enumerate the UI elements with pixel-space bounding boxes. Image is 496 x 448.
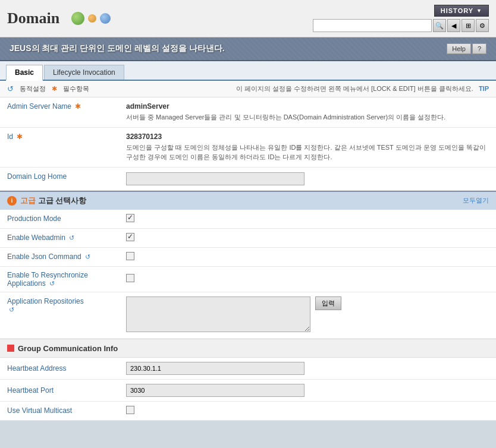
app-repos-container: 입력: [126, 296, 341, 334]
banner-text: JEUS의 최대 관리 단위인 도메인 레벨의 설정을 나타낸다.: [10, 43, 225, 54]
app-repos-label: Application Repositories ↺: [0, 292, 119, 338]
dynamic-label: 동적설정: [20, 84, 46, 93]
header-left: Domain: [7, 10, 111, 27]
advanced-form: Production Mode Enable Webadmin ↺: [0, 210, 496, 339]
help-icon-button[interactable]: ?: [472, 43, 486, 54]
group-communication-section: Group Communication Info Heartbeat Addre…: [0, 339, 496, 421]
advanced-section: i 고급 고급 선택사항 모두열기 Production Mode: [0, 191, 496, 339]
info-bar-right: 이 페이지의 설정을 수정하려면 왼쪽 메뉴에서 [LOCK & EDIT] 버…: [236, 84, 489, 93]
group-icon: [7, 345, 14, 352]
production-mode-checkbox[interactable]: [126, 214, 134, 222]
refresh-icon: ↺: [69, 234, 74, 241]
info-bar: ↺ 동적설정 ✱ 필수항목 이 페이지의 설정을 수정하려면 왼쪽 메뉴에서 […: [0, 81, 496, 97]
heartbeat-port-value: [119, 379, 496, 401]
refresh-icon: ↺: [85, 253, 90, 260]
group-communication-table: Heartbeat Address Heartbeat Port Use Vir…: [0, 358, 496, 421]
table-row: Production Mode: [0, 210, 496, 229]
heartbeat-address-value: [119, 358, 496, 380]
app-repos-input-button[interactable]: 입력: [315, 296, 341, 310]
info-icon: i: [7, 196, 17, 206]
main-content: Basic Lifecycle Invocation ↺ 동적설정 ✱ 필수항목…: [0, 61, 496, 421]
heartbeat-address-input[interactable]: [126, 362, 304, 375]
help-button[interactable]: Help: [447, 43, 471, 54]
domain-log-home-input[interactable]: [126, 172, 304, 185]
lock-message: 이 페이지의 설정을 수정하려면 왼쪽 메뉴에서 [LOCK & EDIT] 버…: [236, 85, 473, 92]
table-row: Admin Server Name ✱ adminServer 서버들 중 Ma…: [0, 97, 496, 127]
table-row: Id ✱ 328370123 도메인을 구성할 때 도메인의 정체성을 나타내는…: [0, 127, 496, 167]
advanced-title: i 고급 고급 선택사항: [7, 195, 86, 206]
use-virtual-multicast-checkbox[interactable]: [126, 406, 134, 414]
page-header: Domain HISTORY ▼ 🔍 ◀ ⊞ ⚙: [0, 0, 496, 37]
tab-basic[interactable]: Basic: [6, 65, 43, 81]
required-star: ✱: [17, 132, 23, 141]
advanced-toggle[interactable]: 모두열기: [463, 196, 489, 205]
enable-json-value: [119, 247, 496, 266]
nav-icon-button[interactable]: ⊞: [462, 19, 475, 32]
production-mode-value: [119, 210, 496, 229]
enable-json-label: Enable Json Command ↺: [0, 247, 119, 266]
required-star: ✱: [75, 102, 81, 111]
app-repos-value: 입력: [119, 292, 496, 338]
table-row: Enable Webadmin ↺: [0, 228, 496, 247]
search-bar: 🔍 ◀ ⊞ ⚙: [313, 19, 489, 32]
search-button[interactable]: 🔍: [433, 19, 446, 32]
decorative-circles: [71, 12, 111, 25]
required-label: 필수항목: [63, 84, 89, 93]
enable-webadmin-label: Enable Webadmin ↺: [0, 228, 119, 247]
circle-blue: [100, 13, 111, 24]
domain-log-home-value: [119, 167, 496, 190]
id-label: Id ✱: [0, 127, 119, 167]
tab-lifecycle[interactable]: Lifecycle Invocation: [44, 65, 124, 80]
resynchronize-checkbox[interactable]: [126, 274, 134, 282]
header-right: HISTORY ▼ 🔍 ◀ ⊞ ⚙: [313, 5, 489, 32]
enable-webadmin-checkbox[interactable]: [126, 233, 134, 241]
refresh-icon: ↺: [9, 306, 14, 313]
advanced-table: Production Mode Enable Webadmin ↺: [0, 210, 496, 339]
resynchronize-label: Enable To Resynchronize Applications ↺: [0, 266, 119, 292]
heartbeat-address-label: Heartbeat Address: [0, 358, 119, 380]
advanced-header: i 고급 고급 선택사항 모두열기: [0, 192, 496, 210]
enable-json-checkbox[interactable]: [126, 252, 134, 260]
chevron-down-icon: ▼: [476, 8, 482, 14]
table-row: Heartbeat Port: [0, 379, 496, 401]
refresh-icon: ↺: [49, 280, 55, 287]
table-row: Domain Log Home: [0, 167, 496, 190]
use-virtual-multicast-value: [119, 401, 496, 420]
banner: JEUS의 최대 관리 단위인 도메인 레벨의 설정을 나타낸다. Help ?: [0, 37, 496, 61]
resynchronize-value: [119, 266, 496, 292]
basic-form: Admin Server Name ✱ adminServer 서버들 중 Ma…: [0, 97, 496, 191]
id-value: 328370123 도메인을 구성할 때 도메인의 정체성을 나타내는 유일한 …: [119, 127, 496, 167]
table-row: Application Repositories ↺ 입력: [0, 292, 496, 338]
table-row: Use Virtual Multicast: [0, 401, 496, 420]
required-icon: ✱: [52, 85, 57, 93]
circle-orange: [88, 14, 96, 23]
nav-back-button[interactable]: ◀: [447, 19, 460, 32]
history-label: HISTORY: [441, 7, 473, 14]
tab-bar: Basic Lifecycle Invocation: [0, 61, 496, 81]
domain-log-home-label: Domain Log Home: [0, 167, 119, 190]
info-bar-left: ↺ 동적설정 ✱ 필수항목: [7, 84, 89, 93]
domain-title: Domain: [7, 10, 59, 27]
circle-green: [71, 12, 84, 25]
table-row: Enable Json Command ↺: [0, 247, 496, 266]
table-row: Enable To Resynchronize Applications ↺: [0, 266, 496, 292]
history-button[interactable]: HISTORY ▼: [434, 5, 489, 17]
production-mode-label: Production Mode: [0, 210, 119, 229]
help-area: Help ?: [447, 43, 486, 54]
use-virtual-multicast-label: Use Virtual Multicast: [0, 401, 119, 420]
group-communication-header: Group Communication Info: [0, 340, 496, 358]
dynamic-icon: ↺: [7, 84, 14, 93]
heartbeat-port-input[interactable]: [126, 384, 304, 397]
nav-settings-button[interactable]: ⚙: [476, 19, 489, 32]
table-row: Heartbeat Address: [0, 358, 496, 380]
tip-link[interactable]: TIP: [479, 85, 489, 92]
search-input[interactable]: [313, 19, 432, 32]
group-communication-title: Group Communication Info: [18, 344, 118, 353]
admin-server-name-value: adminServer 서버들 중 Managed Server들을 관리 및 …: [119, 97, 496, 127]
advanced-title-label: 고급 고급 선택사항: [20, 195, 86, 206]
heartbeat-port-label: Heartbeat Port: [0, 379, 119, 401]
admin-server-name-label: Admin Server Name ✱: [0, 97, 119, 127]
enable-webadmin-value: [119, 228, 496, 247]
app-repos-textarea[interactable]: [126, 296, 310, 332]
